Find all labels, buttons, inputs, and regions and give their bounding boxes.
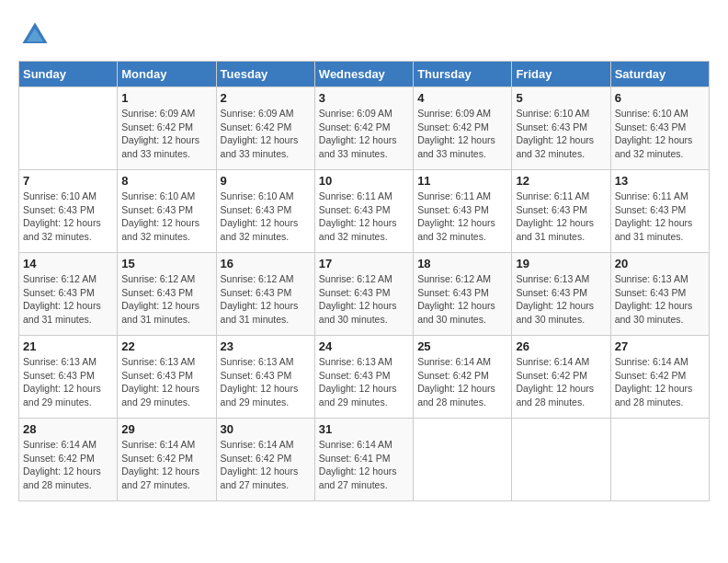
day-info: Sunrise: 6:10 AM Sunset: 6:43 PM Dayligh…	[23, 190, 113, 244]
page-header	[18, 18, 710, 52]
calendar-table: SundayMondayTuesdayWednesdayThursdayFrid…	[18, 61, 710, 501]
day-info: Sunrise: 6:10 AM Sunset: 6:43 PM Dayligh…	[615, 107, 705, 161]
calendar-body: 1Sunrise: 6:09 AM Sunset: 6:42 PM Daylig…	[19, 87, 710, 501]
calendar-week-row: 28Sunrise: 6:14 AM Sunset: 6:42 PM Dayli…	[19, 419, 710, 501]
day-info: Sunrise: 6:12 AM Sunset: 6:43 PM Dayligh…	[121, 272, 211, 327]
day-info: Sunrise: 6:14 AM Sunset: 6:42 PM Dayligh…	[417, 355, 507, 409]
day-info: Sunrise: 6:13 AM Sunset: 6:43 PM Dayligh…	[319, 355, 409, 409]
day-number: 12	[516, 174, 606, 188]
calendar-cell: 13Sunrise: 6:11 AM Sunset: 6:43 PM Dayli…	[610, 170, 709, 253]
day-number: 20	[615, 257, 705, 270]
day-info: Sunrise: 6:10 AM Sunset: 6:43 PM Dayligh…	[516, 107, 606, 161]
day-number: 15	[121, 257, 211, 270]
logo-icon	[18, 18, 51, 52]
calendar-cell: 3Sunrise: 6:09 AM Sunset: 6:42 PM Daylig…	[314, 87, 413, 170]
day-info: Sunrise: 6:09 AM Sunset: 6:42 PM Dayligh…	[417, 107, 507, 161]
calendar-cell: 28Sunrise: 6:14 AM Sunset: 6:42 PM Dayli…	[19, 419, 118, 501]
day-number: 11	[417, 174, 507, 188]
day-number: 31	[319, 422, 409, 436]
calendar-cell: 14Sunrise: 6:12 AM Sunset: 6:43 PM Dayli…	[19, 253, 118, 336]
day-info: Sunrise: 6:13 AM Sunset: 6:43 PM Dayligh…	[516, 272, 606, 327]
calendar-cell: 9Sunrise: 6:10 AM Sunset: 6:43 PM Daylig…	[216, 170, 314, 253]
day-info: Sunrise: 6:09 AM Sunset: 6:42 PM Dayligh…	[319, 107, 409, 161]
calendar-cell: 19Sunrise: 6:13 AM Sunset: 6:43 PM Dayli…	[512, 253, 610, 336]
calendar-cell: 1Sunrise: 6:09 AM Sunset: 6:42 PM Daylig…	[118, 87, 216, 170]
day-number: 26	[516, 339, 606, 353]
day-info: Sunrise: 6:13 AM Sunset: 6:43 PM Dayligh…	[221, 355, 311, 409]
day-info: Sunrise: 6:14 AM Sunset: 6:41 PM Dayligh…	[319, 438, 409, 492]
day-number: 21	[23, 339, 113, 353]
calendar-cell: 21Sunrise: 6:13 AM Sunset: 6:43 PM Dayli…	[19, 336, 118, 419]
calendar-week-row: 1Sunrise: 6:09 AM Sunset: 6:42 PM Daylig…	[19, 87, 710, 170]
calendar-cell: 22Sunrise: 6:13 AM Sunset: 6:43 PM Dayli…	[118, 336, 216, 419]
day-number: 22	[121, 339, 211, 353]
logo	[18, 18, 55, 52]
calendar-cell: 23Sunrise: 6:13 AM Sunset: 6:43 PM Dayli…	[216, 336, 314, 419]
calendar-cell: 30Sunrise: 6:14 AM Sunset: 6:42 PM Dayli…	[216, 419, 314, 501]
day-number: 14	[23, 257, 113, 270]
day-of-week-header: Friday	[512, 62, 610, 87]
day-of-week-header: Monday	[118, 62, 216, 87]
calendar-week-row: 14Sunrise: 6:12 AM Sunset: 6:43 PM Dayli…	[19, 253, 710, 336]
calendar-cell: 15Sunrise: 6:12 AM Sunset: 6:43 PM Dayli…	[118, 253, 216, 336]
day-number: 28	[23, 422, 113, 436]
day-info: Sunrise: 6:14 AM Sunset: 6:42 PM Dayligh…	[23, 438, 113, 492]
day-number: 1	[121, 91, 211, 105]
calendar-cell: 4Sunrise: 6:09 AM Sunset: 6:42 PM Daylig…	[414, 87, 512, 170]
calendar-cell	[512, 419, 610, 501]
day-info: Sunrise: 6:10 AM Sunset: 6:43 PM Dayligh…	[121, 190, 211, 244]
day-info: Sunrise: 6:09 AM Sunset: 6:42 PM Dayligh…	[221, 107, 311, 161]
header-row: SundayMondayTuesdayWednesdayThursdayFrid…	[19, 62, 710, 87]
calendar-cell: 7Sunrise: 6:10 AM Sunset: 6:43 PM Daylig…	[19, 170, 118, 253]
day-number: 25	[417, 339, 507, 353]
calendar-cell: 2Sunrise: 6:09 AM Sunset: 6:42 PM Daylig…	[216, 87, 314, 170]
day-info: Sunrise: 6:12 AM Sunset: 6:43 PM Dayligh…	[221, 272, 311, 327]
day-of-week-header: Tuesday	[216, 62, 314, 87]
calendar-cell: 27Sunrise: 6:14 AM Sunset: 6:42 PM Dayli…	[610, 336, 709, 419]
calendar-header: SundayMondayTuesdayWednesdayThursdayFrid…	[19, 62, 710, 87]
day-info: Sunrise: 6:14 AM Sunset: 6:42 PM Dayligh…	[121, 438, 211, 492]
calendar-week-row: 21Sunrise: 6:13 AM Sunset: 6:43 PM Dayli…	[19, 336, 710, 419]
day-info: Sunrise: 6:12 AM Sunset: 6:43 PM Dayligh…	[417, 272, 507, 327]
day-number: 30	[221, 422, 311, 436]
day-number: 9	[221, 174, 311, 188]
day-number: 5	[516, 91, 606, 105]
calendar-cell: 16Sunrise: 6:12 AM Sunset: 6:43 PM Dayli…	[216, 253, 314, 336]
calendar-cell	[414, 419, 512, 501]
day-number: 16	[221, 257, 311, 270]
day-number: 2	[221, 91, 311, 105]
day-of-week-header: Saturday	[610, 62, 709, 87]
day-info: Sunrise: 6:13 AM Sunset: 6:43 PM Dayligh…	[615, 272, 705, 327]
calendar-cell: 25Sunrise: 6:14 AM Sunset: 6:42 PM Dayli…	[414, 336, 512, 419]
calendar-cell: 18Sunrise: 6:12 AM Sunset: 6:43 PM Dayli…	[414, 253, 512, 336]
calendar-cell: 6Sunrise: 6:10 AM Sunset: 6:43 PM Daylig…	[610, 87, 709, 170]
day-of-week-header: Sunday	[19, 62, 118, 87]
day-info: Sunrise: 6:12 AM Sunset: 6:43 PM Dayligh…	[23, 272, 113, 327]
day-info: Sunrise: 6:14 AM Sunset: 6:42 PM Dayligh…	[221, 438, 311, 492]
calendar-cell	[19, 87, 118, 170]
day-info: Sunrise: 6:09 AM Sunset: 6:42 PM Dayligh…	[121, 107, 211, 161]
day-number: 17	[319, 257, 409, 270]
day-info: Sunrise: 6:11 AM Sunset: 6:43 PM Dayligh…	[417, 190, 507, 244]
day-number: 3	[319, 91, 409, 105]
day-of-week-header: Thursday	[414, 62, 512, 87]
calendar-week-row: 7Sunrise: 6:10 AM Sunset: 6:43 PM Daylig…	[19, 170, 710, 253]
day-of-week-header: Wednesday	[314, 62, 413, 87]
calendar-cell: 24Sunrise: 6:13 AM Sunset: 6:43 PM Dayli…	[314, 336, 413, 419]
day-number: 6	[615, 91, 705, 105]
day-number: 4	[417, 91, 507, 105]
day-number: 13	[615, 174, 705, 188]
calendar-cell	[610, 419, 709, 501]
day-info: Sunrise: 6:11 AM Sunset: 6:43 PM Dayligh…	[319, 190, 409, 244]
day-number: 10	[319, 174, 409, 188]
day-info: Sunrise: 6:11 AM Sunset: 6:43 PM Dayligh…	[615, 190, 705, 244]
calendar-cell: 5Sunrise: 6:10 AM Sunset: 6:43 PM Daylig…	[512, 87, 610, 170]
day-number: 29	[121, 422, 211, 436]
day-number: 24	[319, 339, 409, 353]
day-info: Sunrise: 6:11 AM Sunset: 6:43 PM Dayligh…	[516, 190, 606, 244]
calendar-cell: 29Sunrise: 6:14 AM Sunset: 6:42 PM Dayli…	[118, 419, 216, 501]
day-info: Sunrise: 6:12 AM Sunset: 6:43 PM Dayligh…	[319, 272, 409, 327]
day-number: 8	[121, 174, 211, 188]
calendar-cell: 10Sunrise: 6:11 AM Sunset: 6:43 PM Dayli…	[314, 170, 413, 253]
day-info: Sunrise: 6:13 AM Sunset: 6:43 PM Dayligh…	[121, 355, 211, 409]
